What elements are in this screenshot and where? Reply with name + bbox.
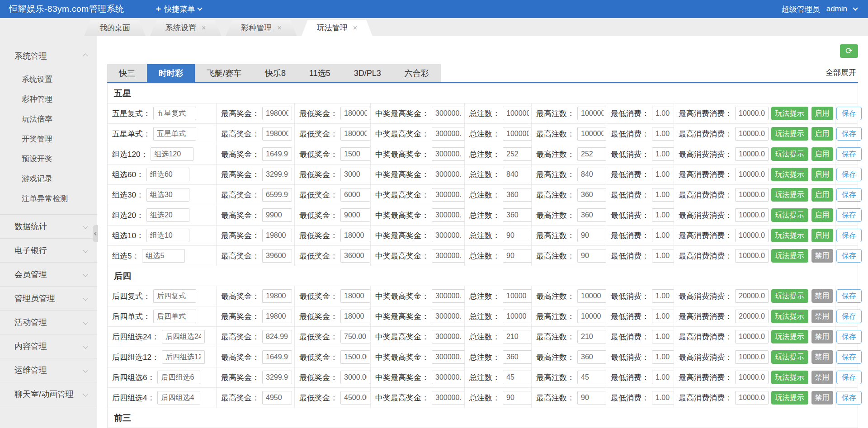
max-prize-input[interactable] [262, 147, 292, 161]
min-prize-input[interactable] [340, 289, 370, 303]
min-cost-input[interactable] [652, 188, 674, 202]
max-prize-input[interactable] [262, 188, 292, 202]
min-cost-input[interactable] [652, 330, 674, 343]
max-prize-input[interactable] [262, 330, 292, 343]
max-cost-input[interactable] [735, 330, 769, 343]
save-button[interactable]: 保存 [836, 371, 862, 384]
max-bets-input[interactable] [577, 147, 606, 161]
max-cost-input[interactable] [735, 188, 769, 202]
total-bets-input[interactable] [503, 208, 531, 222]
min-cost-input[interactable] [652, 147, 674, 161]
max-cost-input[interactable] [735, 229, 769, 242]
status-toggle-button[interactable]: 启用 [811, 107, 833, 120]
play-name-input[interactable] [153, 127, 196, 141]
win-max-prize-input[interactable] [432, 147, 464, 161]
play-name-input[interactable] [153, 289, 196, 303]
max-prize-input[interactable] [262, 168, 292, 181]
sidebar-item-注单异常检测[interactable]: 注单异常检测 [0, 189, 97, 209]
play-tip-button[interactable]: 玩法提示 [771, 107, 808, 120]
game-tab-时时彩[interactable]: 时时彩 [147, 64, 195, 82]
max-bets-input[interactable] [577, 310, 606, 323]
save-button[interactable]: 保存 [836, 208, 862, 222]
min-cost-input[interactable] [652, 229, 674, 242]
max-cost-input[interactable] [735, 249, 769, 263]
total-bets-input[interactable] [503, 330, 531, 343]
max-cost-input[interactable] [735, 168, 769, 181]
sidebar-item-彩种管理[interactable]: 彩种管理 [0, 89, 97, 109]
win-max-prize-input[interactable] [432, 371, 464, 384]
min-prize-input[interactable] [340, 127, 370, 141]
total-bets-input[interactable] [503, 229, 531, 242]
play-tip-button[interactable]: 玩法提示 [771, 289, 808, 303]
game-tab-飞艇/赛车[interactable]: 飞艇/赛车 [195, 64, 253, 82]
min-cost-input[interactable] [652, 168, 674, 181]
tab-close-icon[interactable]: × [353, 20, 357, 36]
min-prize-input[interactable] [340, 229, 370, 242]
min-cost-input[interactable] [652, 310, 674, 323]
window-tab-系统设置[interactable]: 系统设置× [150, 20, 221, 36]
max-bets-input[interactable] [577, 127, 606, 141]
sidebar-group-内容管理[interactable]: 内容管理 [0, 334, 97, 358]
sidebar-item-玩法倍率[interactable]: 玩法倍率 [0, 109, 97, 129]
sidebar-item-游戏记录[interactable]: 游戏记录 [0, 169, 97, 189]
play-tip-button[interactable]: 玩法提示 [771, 188, 808, 202]
max-prize-input[interactable] [262, 127, 292, 141]
play-name-input[interactable] [162, 350, 205, 364]
status-toggle-button[interactable]: 禁用 [811, 330, 833, 343]
min-cost-input[interactable] [652, 371, 674, 384]
expand-all-link[interactable]: 全部展开 [826, 67, 858, 82]
save-button[interactable]: 保存 [836, 310, 862, 323]
save-button[interactable]: 保存 [836, 330, 862, 343]
total-bets-input[interactable] [503, 168, 531, 181]
user-menu[interactable]: 超级管理员 admin [782, 4, 857, 14]
win-max-prize-input[interactable] [432, 249, 464, 263]
min-prize-input[interactable] [340, 168, 370, 181]
status-toggle-button[interactable]: 禁用 [811, 310, 833, 323]
total-bets-input[interactable] [503, 147, 531, 161]
window-tab-我的桌面[interactable]: 我的桌面 [84, 20, 146, 36]
play-name-input[interactable] [151, 147, 193, 161]
max-cost-input[interactable] [735, 127, 769, 141]
sidebar-group-会员管理[interactable]: 会员管理 [0, 263, 97, 286]
sidebar-group-电子银行[interactable]: 电子银行 [0, 239, 97, 262]
status-toggle-button[interactable]: 禁用 [811, 371, 833, 384]
max-prize-input[interactable] [262, 310, 292, 323]
status-toggle-button[interactable]: 禁用 [811, 249, 833, 263]
total-bets-input[interactable] [503, 127, 531, 141]
play-name-input[interactable] [146, 168, 189, 181]
max-prize-input[interactable] [262, 107, 292, 120]
status-toggle-button[interactable]: 启用 [811, 168, 833, 181]
min-cost-input[interactable] [652, 289, 674, 303]
max-prize-input[interactable] [262, 289, 292, 303]
sidebar-group-运维管理[interactable]: 运维管理 [0, 358, 97, 382]
save-button[interactable]: 保存 [836, 147, 862, 161]
save-button[interactable]: 保存 [836, 107, 862, 120]
sidebar-item-开奖管理[interactable]: 开奖管理 [0, 129, 97, 149]
max-cost-input[interactable] [735, 147, 769, 161]
total-bets-input[interactable] [503, 107, 531, 120]
min-prize-input[interactable] [340, 371, 370, 384]
max-bets-input[interactable] [577, 330, 606, 343]
win-max-prize-input[interactable] [432, 350, 464, 364]
save-button[interactable]: 保存 [836, 391, 862, 404]
win-max-prize-input[interactable] [432, 330, 464, 343]
min-prize-input[interactable] [340, 391, 370, 404]
status-toggle-button[interactable]: 禁用 [811, 289, 833, 303]
play-tip-button[interactable]: 玩法提示 [771, 208, 808, 222]
max-bets-input[interactable] [577, 168, 606, 181]
total-bets-input[interactable] [503, 188, 531, 202]
play-tip-button[interactable]: 玩法提示 [771, 127, 808, 141]
sidebar-group-数据统计[interactable]: 数据统计 [0, 215, 97, 238]
max-bets-input[interactable] [577, 188, 606, 202]
play-name-input[interactable] [142, 249, 185, 263]
play-name-input[interactable] [153, 107, 196, 120]
play-name-input[interactable] [146, 229, 189, 242]
max-cost-input[interactable] [735, 391, 769, 404]
status-toggle-button[interactable]: 禁用 [811, 391, 833, 404]
min-prize-input[interactable] [340, 208, 370, 222]
status-toggle-button[interactable]: 启用 [811, 127, 833, 141]
max-cost-input[interactable] [735, 371, 769, 384]
status-toggle-button[interactable]: 启用 [811, 188, 833, 202]
max-prize-input[interactable] [262, 371, 292, 384]
win-max-prize-input[interactable] [432, 168, 464, 181]
